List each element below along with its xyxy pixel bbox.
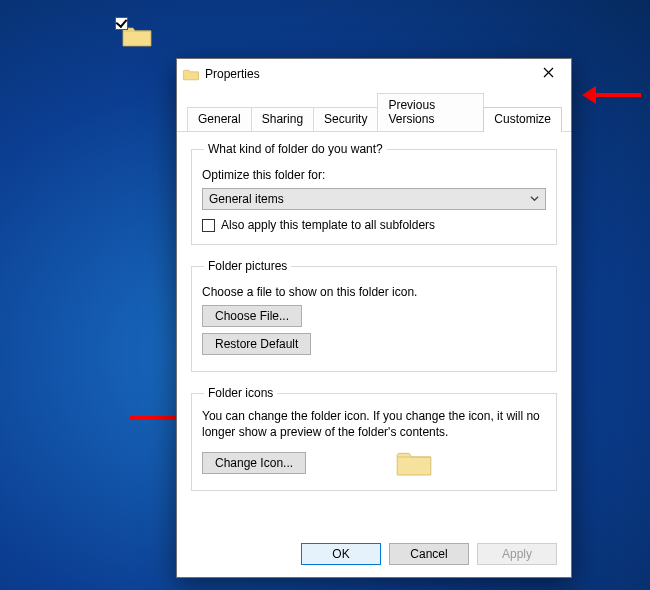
- tab-label: Customize: [494, 112, 551, 126]
- optimize-label: Optimize this folder for:: [202, 168, 546, 182]
- group-folder-icons: Folder icons You can change the folder i…: [191, 386, 557, 491]
- cancel-button[interactable]: Cancel: [389, 543, 469, 565]
- dialog-button-row: OK Cancel Apply: [177, 543, 571, 565]
- group-legend: Folder icons: [204, 386, 277, 400]
- tab-label: Previous Versions: [388, 98, 435, 126]
- button-label: Cancel: [410, 547, 447, 561]
- button-label: OK: [332, 547, 349, 561]
- checkbox-icon: [202, 219, 215, 232]
- restore-default-button[interactable]: Restore Default: [202, 333, 311, 355]
- tab-strip: General Sharing Security Previous Versio…: [177, 89, 571, 132]
- button-label: Change Icon...: [215, 456, 293, 470]
- close-button[interactable]: [527, 60, 569, 88]
- group-legend: Folder pictures: [204, 259, 291, 273]
- group-folder-pictures: Folder pictures Choose a file to show on…: [191, 259, 557, 372]
- combobox-value: General items: [209, 192, 284, 206]
- tab-label: General: [198, 112, 241, 126]
- close-icon: [543, 67, 554, 81]
- annotation-arrow-customize-tab: [596, 93, 641, 97]
- tab-previous-versions[interactable]: Previous Versions: [377, 93, 484, 131]
- tab-security[interactable]: Security: [313, 107, 378, 131]
- group-folder-kind: What kind of folder do you want? Optimiz…: [191, 142, 557, 245]
- tab-customize[interactable]: Customize: [483, 107, 562, 132]
- button-label: Apply: [502, 547, 532, 561]
- tab-general[interactable]: General: [187, 107, 252, 131]
- titlebar[interactable]: Properties: [177, 59, 571, 89]
- desktop-folder-item[interactable]: [118, 20, 152, 51]
- apply-subfolders-checkbox[interactable]: Also apply this template to all subfolde…: [202, 218, 546, 232]
- chevron-down-icon: [530, 192, 539, 206]
- button-label: Restore Default: [215, 337, 298, 351]
- tab-label: Sharing: [262, 112, 303, 126]
- change-icon-button[interactable]: Change Icon...: [202, 452, 306, 474]
- apply-button[interactable]: Apply: [477, 543, 557, 565]
- annotation-arrow-change-icon: [130, 416, 180, 420]
- folder-preview-icon: [396, 448, 432, 478]
- checkbox-icon[interactable]: [115, 17, 128, 30]
- tab-sharing[interactable]: Sharing: [251, 107, 314, 131]
- button-label: Choose File...: [215, 309, 289, 323]
- optimize-combobox[interactable]: General items: [202, 188, 546, 210]
- checkbox-label: Also apply this template to all subfolde…: [221, 218, 435, 232]
- tab-label: Security: [324, 112, 367, 126]
- choose-file-button[interactable]: Choose File...: [202, 305, 302, 327]
- properties-dialog: Properties General Sharing Security Prev…: [176, 58, 572, 578]
- folder-icons-desc: You can change the folder icon. If you c…: [202, 408, 546, 440]
- window-title: Properties: [205, 67, 260, 81]
- folder-icon: [183, 68, 199, 81]
- customize-panel: What kind of folder do you want? Optimiz…: [177, 132, 571, 511]
- ok-button[interactable]: OK: [301, 543, 381, 565]
- group-legend: What kind of folder do you want?: [204, 142, 387, 156]
- folder-pictures-desc: Choose a file to show on this folder ico…: [202, 285, 546, 299]
